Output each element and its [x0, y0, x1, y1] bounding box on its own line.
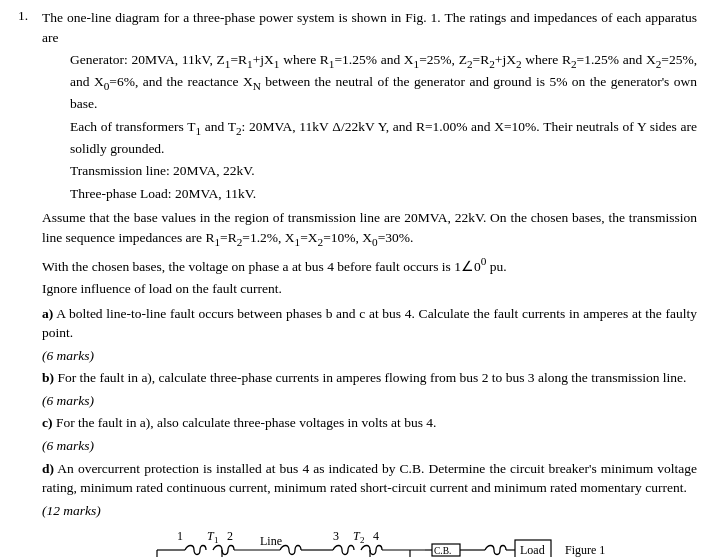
svg-text:C.B.: C.B.	[434, 546, 451, 556]
apparatus-line: Transmission line: 20MVA, 22kV.	[70, 161, 697, 181]
intro-text: The one-line diagram for a three-phase p…	[42, 8, 697, 47]
svg-text:Load: Load	[520, 543, 545, 557]
svg-text:1: 1	[177, 530, 183, 543]
part-d: d) An overcurrent protection is installe…	[42, 459, 697, 521]
svg-text:2: 2	[360, 535, 365, 545]
svg-text:1: 1	[214, 535, 219, 545]
ignore-text: Ignore influence of load on the fault cu…	[42, 279, 697, 299]
question-1: 1. The one-line diagram for a three-phas…	[18, 8, 697, 557]
apparatus-list: Generator: 20MVA, 11kV, Z1=R1+jX1 where …	[42, 50, 697, 203]
part-b-text: b) For the fault in a), calculate three-…	[42, 368, 697, 388]
apparatus-load: Three-phase Load: 20MVA, 11kV.	[70, 184, 697, 204]
svg-text:2: 2	[227, 530, 233, 543]
svg-text:Line: Line	[260, 534, 282, 548]
part-c: c) For the fault in a), also calculate t…	[42, 413, 697, 455]
svg-text:4: 4	[373, 530, 379, 543]
question-content: The one-line diagram for a three-phase p…	[42, 8, 697, 557]
svg-text:Figure 1: Figure 1	[565, 543, 605, 557]
parts-container: a) A bolted line-to-line fault occurs be…	[42, 304, 697, 521]
circuit-diagram: 1 T 1 2 3 T 2 4 jX N G	[105, 530, 635, 557]
part-d-marks: (12 marks)	[42, 501, 697, 521]
apparatus-generator: Generator: 20MVA, 11kV, Z1=R1+jX1 where …	[70, 50, 697, 114]
voltage-text: With the chosen bases, the voltage on ph…	[42, 253, 697, 276]
figure-area: 1 T 1 2 3 T 2 4 jX N G	[42, 530, 697, 557]
part-c-marks: (6 marks)	[42, 436, 697, 456]
question-number: 1.	[18, 8, 36, 557]
part-d-text: d) An overcurrent protection is installe…	[42, 459, 697, 498]
svg-text:3: 3	[333, 530, 339, 543]
part-a-marks: (6 marks)	[42, 346, 697, 366]
apparatus-transformers: Each of transformers T1 and T2: 20MVA, 1…	[70, 117, 697, 159]
part-a: a) A bolted line-to-line fault occurs be…	[42, 304, 697, 366]
part-c-text: c) For the fault in a), also calculate t…	[42, 413, 697, 433]
assume-text: Assume that the base values in the regio…	[42, 208, 697, 250]
part-b-marks: (6 marks)	[42, 391, 697, 411]
part-b: b) For the fault in a), calculate three-…	[42, 368, 697, 410]
part-a-text: a) A bolted line-to-line fault occurs be…	[42, 304, 697, 343]
